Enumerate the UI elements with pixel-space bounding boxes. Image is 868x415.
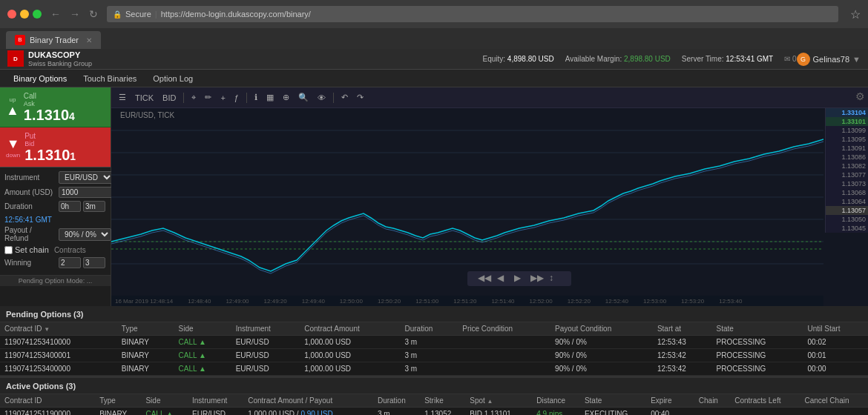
zoom-in-tool[interactable]: 🔍 [295, 91, 312, 104]
ask-price-label: 1.33104 [826, 108, 868, 117]
table-row: 1190741253410000 BINARY CALL ▲ EUR/USD 1… [0, 336, 868, 349]
indicator-tool[interactable]: ƒ [231, 92, 242, 104]
tick-button[interactable]: TICK [132, 92, 157, 104]
cell-contracts-left [730, 408, 800, 416]
chart-gear-icon[interactable]: ⚙ [855, 90, 865, 102]
cell-type: BINARY [117, 362, 174, 376]
call-button[interactable]: up ▲ Call Ask 1.13104 [0, 87, 111, 127]
instrument-row: Instrument EUR/USD [4, 171, 106, 184]
col-payout-condition[interactable]: Payout Condition [550, 322, 653, 336]
cell-state: EXECUTING [580, 408, 646, 416]
cell-expire: 00:40 [646, 408, 694, 416]
col-price-condition[interactable]: Price Condition [458, 322, 550, 336]
col-amount-payout[interactable]: Contract Amount / Payout [243, 394, 373, 408]
col-side[interactable]: Side [141, 394, 188, 408]
payout-row: Payout / Refund 90% / 0% [4, 226, 106, 242]
col-state[interactable]: State [580, 394, 646, 408]
col-chain[interactable]: Chain [694, 394, 730, 408]
nav-touch-binaries[interactable]: Touch Binaries [76, 72, 144, 85]
cell-chain [694, 408, 730, 416]
cursor-tool[interactable]: ⌖ [188, 91, 199, 104]
payout-select[interactable]: 90% / 0% [59, 228, 111, 241]
col-distance[interactable]: Distance [532, 394, 580, 408]
browser-chrome: ← → ↻ 🔒 Secure | https://demo-login.duka… [0, 0, 868, 28]
put-button[interactable]: ▼ down Put Bid 1.13101 [0, 127, 111, 167]
active-options-header: Active Options (3) [0, 378, 868, 394]
logo-icon: D [7, 50, 24, 67]
mail-icon[interactable]: ✉ 0 [784, 55, 796, 63]
cell-type: BINARY [117, 336, 174, 349]
col-cancel-chain[interactable]: Cancel Chain [800, 394, 868, 408]
forward-button[interactable]: → [67, 7, 83, 21]
col-contract-amount[interactable]: Contract Amount [300, 322, 400, 336]
tab-close-icon[interactable]: ✕ [86, 36, 92, 44]
col-start-at[interactable]: Start at [653, 322, 712, 336]
winning-input-2[interactable] [83, 257, 105, 268]
amount-label: Amount (USD) [4, 188, 56, 196]
cell-price-cond [458, 336, 550, 349]
bar-chart-tool[interactable]: ▦ [263, 91, 277, 104]
menu-icon[interactable]: ☰ [116, 91, 129, 104]
equity-value: 4,898.80 USD [507, 55, 554, 63]
col-instrument[interactable]: Instrument [231, 322, 300, 336]
address-bar[interactable]: 🔒 Secure | https://demo-login.dukascopy.… [107, 6, 838, 22]
col-spot[interactable]: Spot ▲ [465, 394, 532, 408]
instrument-label: Instrument [4, 173, 56, 182]
pending-options-header: Pending Options (3) [0, 306, 868, 322]
back-button[interactable]: ← [47, 7, 64, 21]
cell-contract-id: 1190741253400001 [0, 349, 117, 362]
col-duration[interactable]: Duration [400, 322, 458, 336]
col-type[interactable]: Type [117, 322, 174, 336]
cell-amount: 1,000.00 USD / 0.90 USD [243, 408, 373, 416]
col-strike[interactable]: Strike [420, 394, 465, 408]
nav-menu: Binary Options Touch Binaries Option Log [0, 70, 868, 87]
nav-option-log[interactable]: Option Log [145, 72, 200, 85]
col-side[interactable]: Side [174, 322, 231, 336]
col-expire[interactable]: Expire [646, 394, 694, 408]
col-contracts-left[interactable]: Contracts Left [730, 394, 800, 408]
undo-tool[interactable]: ↶ [338, 91, 351, 104]
eye-tool[interactable]: 👁 [315, 92, 329, 104]
winning-row: Winning [4, 257, 106, 268]
col-contract-id[interactable]: Contract ID [0, 394, 95, 408]
duration-minutes[interactable] [83, 201, 105, 212]
instrument-select[interactable]: EUR/USD [59, 171, 114, 184]
call-price: 1.13104 [24, 107, 75, 122]
cell-instrument: EUR/USD [188, 408, 243, 416]
maximize-button[interactable] [33, 10, 42, 19]
url-text: https://demo-login.dukascopy.com/binary/ [161, 10, 311, 19]
cell-state: PROCESSING [712, 349, 803, 362]
col-state[interactable]: State [712, 322, 803, 336]
col-type[interactable]: Type [95, 394, 141, 408]
trading-area: up ▲ Call Ask 1.13104 ▼ down P [0, 87, 868, 306]
user-dropdown-icon[interactable]: ▼ [852, 55, 861, 64]
minimize-button[interactable] [20, 10, 29, 19]
equity-label: Equity: 4,898.80 USD [483, 55, 554, 63]
col-instrument[interactable]: Instrument [188, 394, 243, 408]
bookmark-icon[interactable]: ☆ [850, 7, 861, 21]
duration-inputs [59, 201, 105, 212]
bid-button[interactable]: BID [160, 92, 179, 104]
col-contract-id[interactable]: Contract ID ▼ [0, 322, 117, 336]
redo-tool[interactable]: ↷ [354, 91, 366, 104]
info-tool[interactable]: ℹ [251, 91, 260, 104]
cell-duration: 3 m [400, 362, 458, 376]
col-duration[interactable]: Duration [373, 394, 420, 408]
price-labels: 1.33104 1.33101 1.13099 1.13095 1.13091 … [825, 108, 868, 233]
refresh-button[interactable]: ↻ [86, 7, 101, 21]
nav-binary-options[interactable]: Binary Options [6, 72, 74, 85]
cell-side: CALL ▲ [174, 336, 231, 349]
set-chain-checkbox[interactable] [4, 246, 13, 254]
nav-buttons: ← → ↻ [47, 7, 101, 21]
duration-hours[interactable] [59, 201, 81, 212]
active-options-title: Active Options (3) [6, 382, 76, 391]
close-button[interactable] [7, 10, 16, 19]
col-until-start[interactable]: Until Start [803, 322, 868, 336]
plus-tool[interactable]: ⊕ [280, 91, 292, 104]
trade-form: Instrument EUR/USD Amount (USD) Duration [0, 167, 111, 275]
winning-input-1[interactable] [59, 257, 81, 268]
crosshair-tool[interactable]: + [217, 92, 228, 104]
pencil-tool[interactable]: ✏ [202, 91, 214, 104]
browser-tab[interactable]: B Binary Trader ✕ [6, 31, 101, 49]
user-avatar: G [797, 53, 810, 66]
